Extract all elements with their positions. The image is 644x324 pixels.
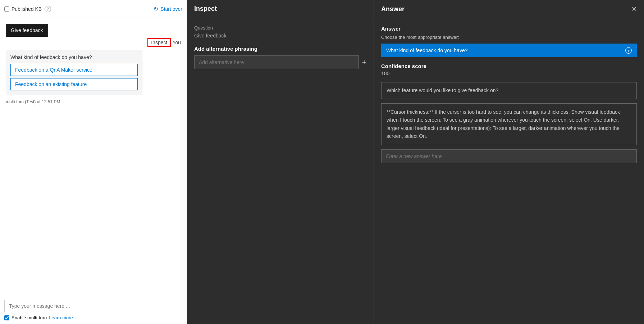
active-answer-option[interactable]: What kind of feedback do you have? i <box>381 44 637 57</box>
middle-panel: Inspect Question Give feedback Add alter… <box>187 0 374 324</box>
question-value: Give feedback <box>194 33 366 39</box>
which-feature-answer-text: Which feature would you like to give fee… <box>387 87 498 93</box>
multi-turn-checkbox[interactable] <box>4 315 9 320</box>
learn-more-link[interactable]: Learn more <box>49 315 73 320</box>
bot-question-text: What kind of feedback do you have? <box>10 54 138 60</box>
confidence-title: Confidence score <box>381 63 637 69</box>
header-left-group: Published KB ? <box>4 6 51 12</box>
new-answer-input[interactable] <box>381 149 637 163</box>
alt-input-row: + <box>194 55 366 69</box>
right-header: Answer ✕ <box>374 0 644 18</box>
left-panel: Published KB ? ↻ Start over Give feedbac… <box>0 0 187 324</box>
start-over-label: Start over <box>160 6 182 12</box>
refresh-icon: ↻ <box>154 5 158 12</box>
active-answer-text: What kind of feedback do you have? <box>386 48 467 53</box>
confidence-value: 100 <box>381 71 637 76</box>
alt-phrasing-label: Add alternative phrasing <box>194 46 366 52</box>
you-label: You <box>172 40 181 45</box>
inspect-title: Inspect <box>194 5 217 12</box>
close-button[interactable]: ✕ <box>631 5 637 13</box>
inspect-button[interactable]: Inspect <box>147 38 171 47</box>
left-footer: Enable multi-turn Learn more <box>0 296 187 324</box>
right-panel: Answer ✕ Answer Choose the most appropri… <box>374 0 644 324</box>
published-kb-checkbox[interactable] <box>4 6 9 12</box>
question-label: Question <box>194 25 366 31</box>
middle-body: Question Give feedback Add alternative p… <box>187 18 374 324</box>
timestamp-text: multi-turn (Test) at 12:51 PM <box>6 99 60 104</box>
left-header: Published KB ? ↻ Start over <box>0 0 187 18</box>
message-input[interactable] <box>4 300 182 312</box>
start-over-button[interactable]: ↻ Start over <box>154 5 182 12</box>
give-feedback-bubble: Give feedback <box>6 24 48 37</box>
timestamp-row: multi-turn (Test) at 12:51 PM <box>6 99 181 104</box>
cursor-thickness-answer-text: **Cursor thickness:** If the curser is t… <box>387 109 620 139</box>
option2-button[interactable]: Feedback on an existing feature <box>10 78 138 90</box>
published-kb-label: Published KB <box>12 6 42 12</box>
chat-area: Give feedback Inspect You What kind of f… <box>0 18 187 296</box>
published-kb-checkbox-group: Published KB <box>4 6 42 12</box>
add-alternative-button[interactable]: + <box>362 58 366 66</box>
which-feature-answer-box: Which feature would you like to give fee… <box>381 82 637 99</box>
option1-button[interactable]: Feedback on a QnA Maker service <box>10 64 138 76</box>
multi-turn-label: Enable multi-turn <box>12 315 47 320</box>
inspect-you-row: Inspect You <box>6 38 181 47</box>
answer-title: Answer <box>381 5 405 13</box>
choose-label: Choose the most appropriate answer: <box>381 35 637 40</box>
alt-phrasing-input[interactable] <box>194 55 359 69</box>
cursor-thickness-answer-box: **Cursor thickness:** If the curser is t… <box>381 103 637 145</box>
bot-question-card: What kind of feedback do you have? Feedb… <box>6 50 142 95</box>
multi-turn-row: Enable multi-turn Learn more <box>4 315 182 320</box>
info-icon: i <box>625 47 632 54</box>
confidence-section: Confidence score 100 <box>381 63 637 76</box>
answer-section-title: Answer <box>381 26 637 32</box>
middle-header: Inspect <box>187 0 374 18</box>
right-body: Answer Choose the most appropriate answe… <box>374 18 644 324</box>
help-icon[interactable]: ? <box>45 6 51 12</box>
